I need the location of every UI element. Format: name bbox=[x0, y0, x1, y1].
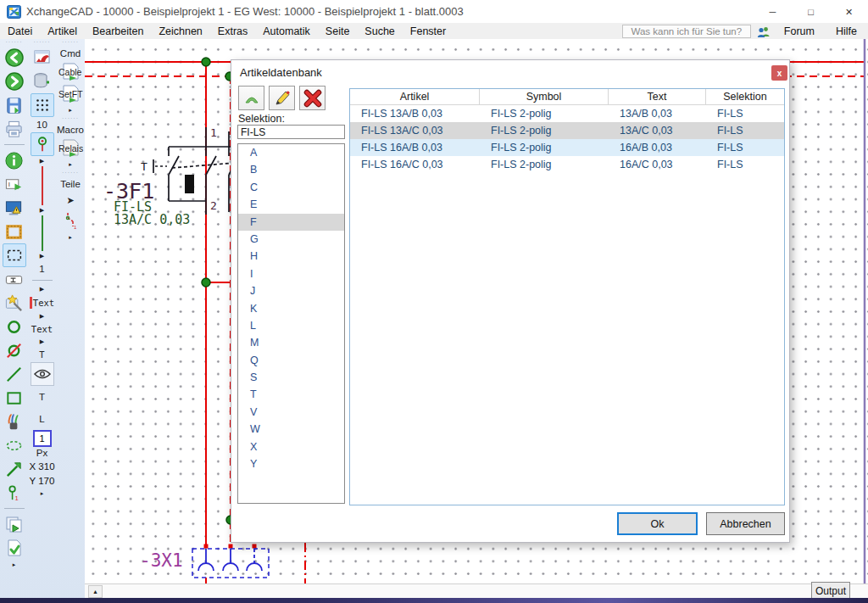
cmd-window-icon[interactable] bbox=[31, 46, 54, 70]
setft-script-button[interactable]: SetFT bbox=[58, 83, 83, 105]
copy-sheet-icon[interactable] bbox=[3, 512, 26, 536]
menu-bearbeiten[interactable]: Bearbeiten bbox=[85, 25, 151, 37]
spinner-icon[interactable]: ▶ bbox=[40, 205, 44, 215]
magic-wand-tool[interactable] bbox=[3, 291, 26, 315]
scroll-up-button[interactable]: ▲ bbox=[88, 585, 103, 598]
overflow-expander-icon[interactable]: ▸ bbox=[69, 159, 72, 170]
cell-text[interactable]: 16A/B 0,03 bbox=[609, 139, 706, 156]
circle-tool[interactable] bbox=[3, 315, 26, 338]
plot-print-icon[interactable] bbox=[3, 117, 26, 141]
letter-item[interactable]: X bbox=[238, 438, 344, 455]
menu-extras[interactable]: Extras bbox=[210, 25, 255, 37]
cell-symbol[interactable]: FI-LS 2-polig bbox=[480, 122, 609, 139]
cell-artikel[interactable]: FI-LS 16A/C 0,03 bbox=[350, 156, 480, 173]
teile-arrow-icon[interactable]: ➤ bbox=[66, 192, 74, 209]
article-table[interactable]: Artikel Symbol Text Selektion FI-LS 13A/… bbox=[349, 88, 785, 505]
layer-l-label[interactable]: L bbox=[39, 408, 44, 430]
approve-sheet-icon[interactable] bbox=[3, 536, 26, 560]
text-field-tool[interactable] bbox=[3, 267, 26, 291]
cable-script-button[interactable]: Cable bbox=[58, 61, 83, 83]
spinner-icon[interactable]: ▶ bbox=[40, 156, 44, 166]
table-row[interactable]: FI-LS 16A/C 0,03 FI-LS 2-polig 16A/C 0,0… bbox=[350, 156, 784, 173]
spinner-icon[interactable]: ▶ bbox=[40, 251, 44, 261]
spinner-icon[interactable]: ▶ bbox=[40, 284, 44, 294]
pointer-arrow-tool[interactable] bbox=[3, 457, 26, 481]
letter-item[interactable]: G bbox=[238, 231, 344, 248]
help-search-input[interactable] bbox=[622, 25, 751, 38]
letter-item[interactable]: S bbox=[238, 369, 344, 386]
info-icon[interactable] bbox=[3, 148, 26, 172]
spinner-icon[interactable]: ▶ bbox=[40, 311, 44, 321]
cell-symbol[interactable]: FI-LS 2-polig bbox=[480, 139, 609, 156]
letter-item[interactable]: H bbox=[238, 248, 344, 265]
save-icon[interactable] bbox=[3, 93, 26, 117]
letter-item[interactable]: M bbox=[238, 334, 344, 351]
text-style-a[interactable]: Text bbox=[30, 294, 54, 311]
red-line-style-preview[interactable] bbox=[42, 166, 43, 205]
letter-item[interactable]: I bbox=[238, 265, 344, 282]
abbrechen-button[interactable]: Abbrechen bbox=[706, 512, 785, 535]
cell-artikel[interactable]: FI-LS 13A/B 0,03 bbox=[350, 105, 480, 122]
ellipse-dashed-tool[interactable] bbox=[3, 433, 26, 457]
ok-button[interactable]: Ok bbox=[617, 512, 698, 535]
apply-up-button[interactable] bbox=[238, 86, 264, 110]
visibility-eye-button[interactable] bbox=[31, 362, 54, 386]
green-line-style-preview[interactable] bbox=[42, 215, 43, 251]
letter-item[interactable]: W bbox=[238, 421, 344, 438]
grid-toggle-button[interactable] bbox=[31, 93, 54, 117]
cell-selektion[interactable]: FI-LS bbox=[706, 139, 784, 156]
cell-artikel[interactable]: FI-LS 13A/C 0,03 bbox=[350, 122, 480, 139]
menu-fenster[interactable]: Fenster bbox=[403, 25, 453, 37]
overflow-expander-icon[interactable]: ▸ bbox=[41, 489, 44, 499]
letter-item[interactable]: V bbox=[238, 404, 344, 421]
table-row[interactable]: FI-LS 13A/B 0,03 FI-LS 2-polig 13A/B 0,0… bbox=[350, 105, 784, 122]
cell-symbol[interactable]: FI-LS 2-polig bbox=[480, 105, 609, 122]
cell-selektion[interactable]: FI-LS bbox=[706, 122, 784, 139]
table-row-highlighted[interactable]: FI-LS 16A/B 0,03 FI-LS 2-polig 16A/B 0,0… bbox=[350, 139, 784, 156]
cell-text[interactable]: 13A/C 0,03 bbox=[609, 122, 706, 139]
letter-item[interactable]: A bbox=[238, 144, 344, 161]
maximize-button[interactable]: □ bbox=[792, 0, 830, 24]
letter-item[interactable]: B bbox=[238, 161, 344, 178]
menu-seite[interactable]: Seite bbox=[318, 25, 358, 37]
layer-t-label[interactable]: T bbox=[39, 386, 45, 408]
cell-selektion[interactable]: FI-LS bbox=[706, 156, 784, 173]
alphabet-listbox[interactable]: A B C E F G H I J K L M Q S T V W X Y bbox=[237, 143, 345, 504]
letter-item[interactable]: L bbox=[238, 317, 344, 334]
letter-item[interactable]: C bbox=[238, 179, 344, 196]
menu-forum[interactable]: Forum bbox=[776, 25, 822, 37]
edit-article-button[interactable] bbox=[269, 86, 295, 110]
snap-value-box[interactable]: 1 bbox=[33, 430, 52, 447]
cell-text[interactable]: 13A/B 0,03 bbox=[609, 105, 706, 122]
community-users-icon[interactable] bbox=[757, 26, 771, 37]
overflow-expander-icon[interactable]: ▸ bbox=[69, 105, 72, 115]
spinner-icon[interactable]: ▶ bbox=[40, 337, 44, 347]
letter-item[interactable]: T bbox=[238, 386, 344, 403]
circle-slash-tool[interactable] bbox=[3, 338, 26, 362]
dialog-close-button[interactable]: x bbox=[771, 65, 787, 81]
delete-article-button[interactable] bbox=[299, 86, 326, 110]
cell-artikel[interactable]: FI-LS 16A/B 0,03 bbox=[350, 139, 480, 156]
menu-automatik[interactable]: Automatik bbox=[255, 25, 318, 37]
letter-item[interactable]: Q bbox=[238, 352, 344, 369]
relais-macro-button[interactable]: Relais bbox=[58, 137, 83, 159]
selektion-input[interactable] bbox=[237, 125, 345, 139]
line-tool[interactable] bbox=[3, 362, 26, 386]
forward-button[interactable] bbox=[3, 70, 26, 93]
horizontal-scrollbar[interactable]: ▲ Output bbox=[85, 583, 868, 598]
text-style-b[interactable]: Text bbox=[31, 321, 53, 337]
letter-item-selected[interactable]: F bbox=[238, 214, 344, 231]
menu-artikel[interactable]: Artikel bbox=[40, 25, 85, 37]
output-button[interactable]: Output bbox=[811, 582, 850, 600]
letter-item[interactable]: Y bbox=[238, 455, 344, 472]
letter-item[interactable]: E bbox=[238, 196, 344, 213]
brush-tool[interactable] bbox=[3, 410, 26, 433]
menu-suche[interactable]: Suche bbox=[357, 25, 402, 37]
node-pin-tool[interactable]: 1 bbox=[3, 481, 26, 505]
minimize-button[interactable]: ─ bbox=[754, 0, 792, 24]
line-width-value[interactable]: 1 bbox=[39, 261, 44, 276]
monitor-warning-icon[interactable] bbox=[3, 196, 26, 220]
database-add-icon[interactable] bbox=[31, 70, 54, 93]
part-symbol-button[interactable]: 1 bbox=[58, 209, 82, 232]
back-button[interactable] bbox=[3, 46, 26, 70]
